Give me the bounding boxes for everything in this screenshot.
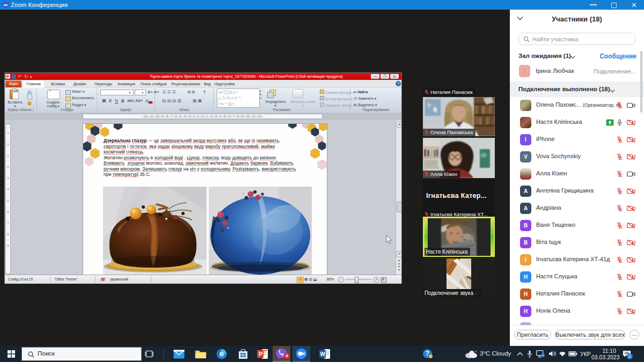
svg-text:W: W [320, 351, 326, 357]
svg-text:P: P [259, 351, 262, 357]
